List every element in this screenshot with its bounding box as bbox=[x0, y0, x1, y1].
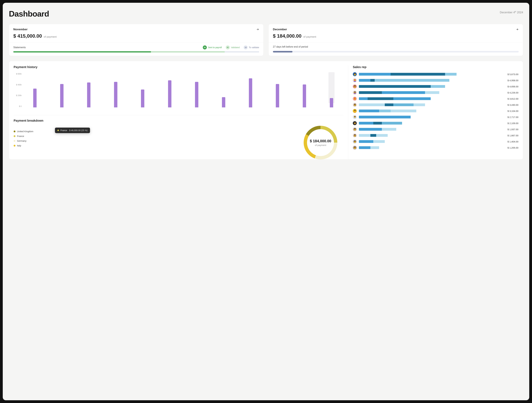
arrow-right-icon[interactable] bbox=[516, 28, 519, 31]
rep-seg bbox=[359, 146, 370, 149]
avatar: 👩 bbox=[353, 133, 357, 137]
rep-seg bbox=[445, 73, 456, 76]
rep-seg bbox=[359, 128, 382, 131]
avatar: 👩 bbox=[353, 103, 357, 107]
bar bbox=[276, 84, 279, 107]
legend-item[interactable]: Italy bbox=[14, 144, 33, 147]
bar-col[interactable]: Feb bbox=[50, 72, 74, 107]
legend-item[interactable]: France bbox=[14, 135, 33, 137]
tovalidate-count-badge: 13 bbox=[244, 45, 248, 50]
bar-col[interactable]: Mar bbox=[77, 72, 101, 107]
sales-rep-row[interactable]: 👩$ 5,673.00 bbox=[353, 72, 518, 76]
donut-sub: of payment bbox=[315, 144, 326, 146]
date-year: 2024 bbox=[516, 11, 523, 14]
payment-history-chart: $ 600k$ 400k$ 200k$ 0 JanFebMarAprMayJun… bbox=[14, 72, 343, 112]
rep-amount: $ 1,404.00 bbox=[505, 140, 518, 143]
bar bbox=[195, 82, 198, 107]
sales-rep-row[interactable]: 🧑$ 1,937.00 bbox=[353, 127, 518, 131]
tooltip-value: $ 46,000.00 (25 %) bbox=[69, 129, 88, 132]
bar bbox=[87, 82, 90, 107]
legend-label: Germany bbox=[17, 139, 26, 142]
date-prefix: December 4 bbox=[500, 11, 515, 14]
rep-seg bbox=[431, 85, 445, 88]
rep-seg bbox=[382, 122, 402, 125]
rep-seg bbox=[359, 103, 385, 106]
sales-rep-row[interactable]: 👩‍🦰$ 4,958.00 bbox=[353, 78, 518, 82]
sales-rep-row[interactable]: 🧑$ 1,205.00 bbox=[353, 146, 518, 150]
rep-seg bbox=[385, 103, 393, 106]
rep-amount: $ 4,226.00 bbox=[505, 91, 518, 94]
sales-rep-row[interactable]: 🧑‍🦰$ 3,812.00 bbox=[353, 97, 518, 101]
summary-cards: November $ 415,000.00 of payment Stateme… bbox=[9, 24, 523, 56]
breakdown-legend: United KingdomFranceGermanyItaly bbox=[14, 126, 33, 147]
rep-seg bbox=[382, 91, 425, 94]
seg-tovalidate bbox=[225, 51, 259, 52]
bar-col[interactable]: Nov bbox=[292, 72, 317, 107]
legend-item[interactable]: Germany bbox=[14, 139, 33, 142]
bar bbox=[168, 80, 171, 107]
bar-col[interactable]: Apr bbox=[104, 72, 128, 107]
rep-bar bbox=[359, 146, 502, 149]
statements-segbar bbox=[13, 51, 259, 52]
tovalidate-label: To validate bbox=[249, 46, 259, 49]
legend-item[interactable]: United Kingdom bbox=[14, 130, 33, 133]
sales-rep-row[interactable]: 🧑‍🦱$ 3,104.00 bbox=[353, 109, 518, 113]
bar-col[interactable]: Jan bbox=[23, 72, 47, 107]
rep-seg bbox=[382, 128, 396, 131]
legend-label: France bbox=[17, 135, 24, 137]
avatar: 🧑‍🦱 bbox=[353, 109, 357, 113]
rep-amount: $ 2,717.00 bbox=[505, 116, 518, 118]
rep-bar bbox=[359, 97, 502, 100]
bar bbox=[141, 89, 144, 107]
bar-col[interactable]: Aug bbox=[211, 72, 235, 107]
bar-col[interactable]: Dec bbox=[319, 72, 343, 107]
sales-rep-row[interactable]: 🧑‍💼$ 2,717.00 bbox=[353, 115, 518, 119]
bar-col[interactable]: Oct bbox=[266, 72, 290, 107]
sales-rep-row[interactable]: 👩‍🦱$ 4,226.00 bbox=[353, 91, 518, 94]
rep-seg bbox=[370, 134, 376, 137]
sales-rep-row[interactable]: 👩$ 3,430.00 bbox=[353, 103, 518, 107]
page-title: Dashboard bbox=[9, 9, 49, 18]
rep-seg bbox=[425, 91, 439, 94]
donut-chart: $ 184,000.00 of payment bbox=[304, 126, 337, 159]
legend-label: United Kingdom bbox=[17, 130, 33, 133]
legend-dot bbox=[14, 145, 15, 147]
bar-col[interactable]: Sep bbox=[239, 72, 263, 107]
bar-col[interactable]: May bbox=[131, 72, 155, 107]
sales-rep-row[interactable]: 👩$ 1,667.00 bbox=[353, 133, 518, 137]
arrow-right-icon[interactable] bbox=[256, 28, 259, 31]
y-tick: $ 0 bbox=[14, 105, 22, 107]
bar-col[interactable]: Jun bbox=[158, 72, 182, 107]
app-root: Dashboard December 4th 2024 November $ 4… bbox=[3, 3, 529, 400]
sent-label: Sent to payroll bbox=[208, 46, 222, 49]
rep-seg bbox=[359, 140, 373, 143]
tovalidate-group[interactable]: 13 To validate bbox=[244, 45, 259, 50]
bar bbox=[114, 82, 117, 107]
rep-seg bbox=[359, 85, 431, 88]
chart-y-axis: $ 600k$ 400k$ 200k$ 0 bbox=[14, 72, 23, 112]
sales-rep-title: Sales rep bbox=[353, 65, 518, 69]
rep-bar bbox=[359, 116, 502, 118]
sent-to-payroll-group[interactable]: 92 Sent to payroll bbox=[203, 45, 222, 50]
sales-rep-row[interactable]: 🧔$ 2,109.00 bbox=[353, 121, 518, 125]
bar bbox=[33, 88, 37, 107]
rep-amount: $ 4,656.00 bbox=[505, 85, 518, 88]
legend-dot bbox=[14, 140, 15, 142]
rep-bar bbox=[359, 128, 502, 131]
bar-col[interactable]: Jul bbox=[184, 72, 209, 107]
sales-rep-row[interactable]: 🧑$ 4,656.00 bbox=[353, 84, 518, 88]
avatar: 🧑‍💼 bbox=[353, 115, 357, 119]
bar bbox=[60, 84, 63, 107]
card-amount-suffix: of payment bbox=[303, 35, 316, 38]
date-ordinal: th bbox=[515, 11, 516, 13]
rep-amount: $ 4,958.00 bbox=[505, 79, 518, 82]
period-progress-fill bbox=[273, 51, 292, 52]
donut-center: $ 184,000.00 of payment bbox=[307, 129, 334, 156]
rep-amount: $ 3,104.00 bbox=[505, 110, 518, 112]
sales-rep-row[interactable]: 🧑$ 1,404.00 bbox=[353, 139, 518, 144]
validated-group[interactable]: 45 Validated bbox=[226, 45, 240, 50]
avatar: 🧑‍🦰 bbox=[353, 97, 357, 101]
rep-seg bbox=[370, 79, 375, 82]
avatar: 👩‍🦱 bbox=[353, 91, 357, 94]
rep-seg bbox=[379, 110, 391, 112]
